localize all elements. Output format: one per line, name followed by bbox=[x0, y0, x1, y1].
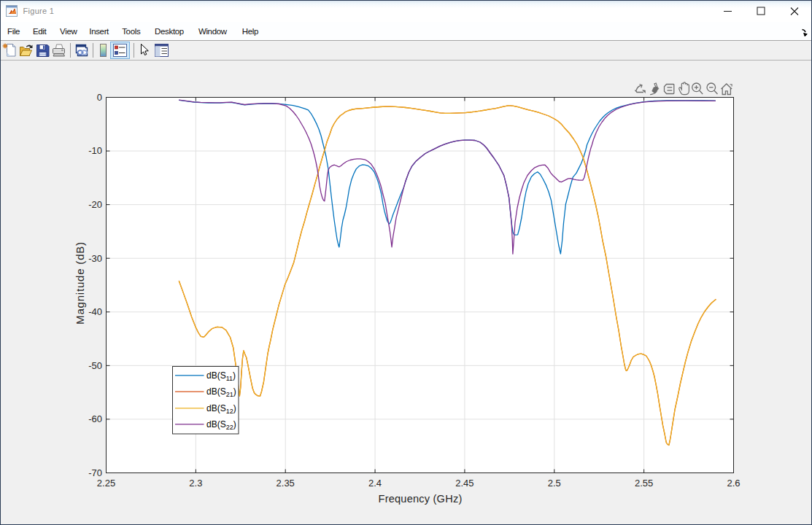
svg-text:2.3: 2.3 bbox=[189, 478, 202, 489]
svg-text:2.45: 2.45 bbox=[455, 478, 473, 489]
svg-text:2.35: 2.35 bbox=[277, 478, 295, 489]
svg-text:-10: -10 bbox=[88, 145, 102, 156]
svg-text:2.6: 2.6 bbox=[727, 478, 740, 489]
svg-text:-20: -20 bbox=[88, 199, 102, 210]
svg-text:2.25: 2.25 bbox=[97, 478, 115, 489]
svg-text:-30: -30 bbox=[88, 253, 102, 264]
svg-text:2.4: 2.4 bbox=[368, 478, 382, 489]
svg-text:-70: -70 bbox=[88, 467, 102, 478]
svg-text:Magnitude (dB): Magnitude (dB) bbox=[74, 241, 86, 324]
svg-text:-60: -60 bbox=[88, 413, 102, 424]
svg-text:Frequency (GHz): Frequency (GHz) bbox=[379, 493, 463, 505]
svg-text:-50: -50 bbox=[88, 360, 102, 371]
svg-text:2.5: 2.5 bbox=[548, 478, 561, 489]
svg-text:-40: -40 bbox=[88, 306, 102, 317]
svg-text:2.55: 2.55 bbox=[635, 478, 653, 489]
svg-text:0: 0 bbox=[97, 92, 102, 103]
